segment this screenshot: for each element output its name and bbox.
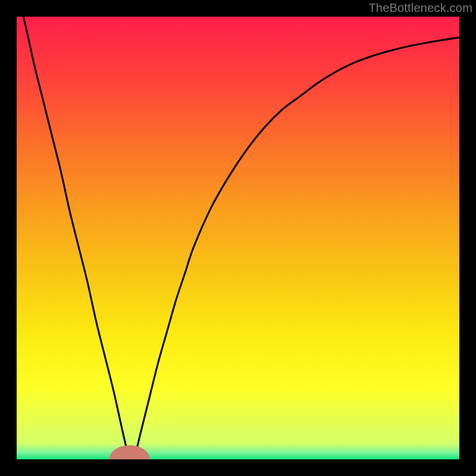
plot-frame xyxy=(17,17,459,459)
bottleneck-chart xyxy=(17,17,459,459)
watermark-text: TheBottleneck.com xyxy=(368,1,472,15)
gradient-rect xyxy=(17,17,459,459)
